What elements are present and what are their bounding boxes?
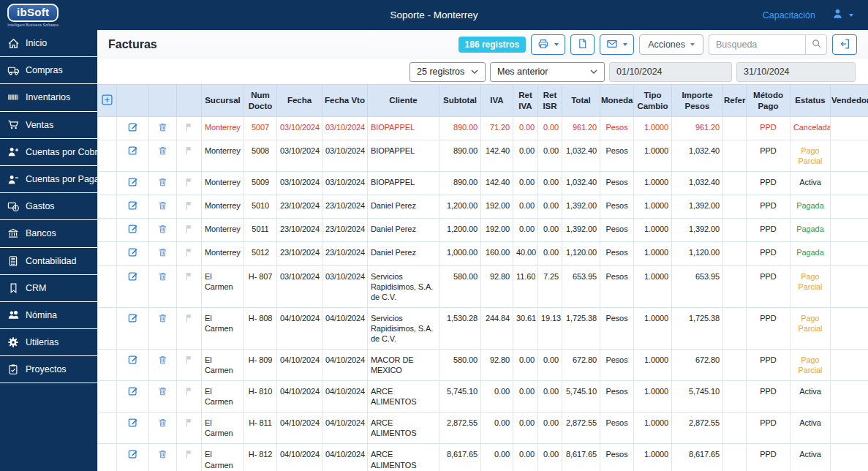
sidebar-item-inventarios[interactable]: Inventarios [0,84,97,111]
column-header[interactable]: Importe Pesos [672,85,723,117]
edit-icon[interactable] [128,386,138,399]
date-to-input[interactable] [736,62,856,82]
edit-row-cell [117,350,149,381]
edit-row-cell [117,265,149,307]
column-header[interactable]: Sucursal [202,85,244,117]
column-header[interactable]: Vendedor [831,85,868,117]
flag-icon[interactable] [184,224,194,236]
search-input[interactable] [709,34,805,55]
app-logo[interactable]: ibSoft Intelligent Business Software [7,4,59,27]
cell-estatus: Cancelada [790,117,831,140]
period-select[interactable]: Mes anterior [490,62,605,82]
edit-icon[interactable] [128,355,138,367]
flag-icon[interactable] [184,146,194,158]
cell-refer [723,265,747,307]
sidebar-item-label: Nómina [26,310,57,320]
cell-num_docto: H- 810 [244,381,277,412]
sidebar-item-crm[interactable]: CRM [0,275,97,302]
column-header[interactable]: Refer [723,85,747,117]
sidebar-item-cuentas-por-pagar[interactable]: Cuentas por Pagar [0,166,97,193]
edit-icon[interactable] [128,224,138,236]
flag-icon[interactable] [184,271,194,284]
column-header[interactable]: Ret IVA [513,85,538,117]
column-header[interactable]: Subtotal [439,85,481,117]
column-header[interactable]: Tipo Cambio [634,85,672,117]
column-header[interactable]: Fecha Vto [322,85,368,117]
sidebar-item-utilerias[interactable]: Utilerias [0,329,97,356]
trash-icon[interactable] [158,177,167,189]
sidebar-item-compras[interactable]: Compras [0,57,97,84]
sidebar-item-ventas[interactable]: Ventas [0,112,97,139]
edit-icon[interactable] [128,247,138,260]
sidebar-item-cuentas-por-cobrar[interactable]: Cuentas por Cobrar [0,139,97,166]
cell-sucursal: Monterrey [202,172,244,195]
cell-iva: 92.80 [481,350,513,381]
column-header[interactable]: Cliente [368,85,439,117]
column-header[interactable]: IVA [481,85,513,117]
flag-icon[interactable] [184,449,194,461]
trash-icon[interactable] [158,355,167,367]
flag-icon[interactable] [184,247,194,260]
edit-icon[interactable] [128,313,138,325]
edit-icon[interactable] [128,418,138,430]
page-size-select[interactable]: 25 registros [410,62,486,82]
trash-icon[interactable] [158,200,167,213]
column-header[interactable]: Ret ISR [538,85,562,117]
cell-fecha: 03/10/2024 [277,117,322,140]
capacitacion-link[interactable]: Capacitación [763,10,815,20]
edit-icon[interactable] [128,271,138,284]
column-header[interactable]: Estatus [790,85,831,117]
edit-icon[interactable] [128,449,138,461]
sidebar-item-proyectos[interactable]: Proyectos [0,356,97,383]
sidebar-item-inicio[interactable]: Inicio [0,30,97,57]
trash-icon[interactable] [158,224,167,236]
trash-icon[interactable] [158,146,167,158]
add-invoice-button[interactable] [102,94,113,108]
actions-dropdown-button[interactable]: Acciones [639,34,703,55]
flag-icon[interactable] [184,200,194,213]
email-button[interactable] [600,34,634,55]
cell-cliente: Servicios Rapidisimos, S.A. de C.V. [368,265,439,307]
row-select-cell [98,117,117,140]
column-header[interactable]: Num Docto [244,85,277,117]
flag-icon[interactable] [184,177,194,189]
trash-icon[interactable] [158,122,167,135]
cell-sucursal: El Carmen [202,307,244,349]
column-header[interactable]: Moneda [600,85,634,117]
column-header[interactable]: Fecha [277,85,322,117]
print-button[interactable] [531,34,565,55]
flag-icon[interactable] [184,313,194,325]
edit-icon[interactable] [128,146,138,158]
trash-icon[interactable] [158,313,167,325]
cell-fecha_vto: 23/10/2024 [322,195,368,219]
trash-icon[interactable] [158,386,167,399]
edit-icon[interactable] [128,200,138,213]
user-menu-button[interactable] [831,7,853,23]
trash-icon[interactable] [158,271,167,284]
sidebar-item-gastos[interactable]: Gastos [0,193,97,220]
sidebar-item-contabilidad[interactable]: Contabilidad [0,248,97,275]
exit-button[interactable] [832,34,857,55]
flag-icon[interactable] [184,386,194,399]
flag-icon[interactable] [184,122,194,135]
cell-num_docto: 5012 [244,242,277,265]
cell-fecha: 03/10/2024 [277,140,322,172]
search-button[interactable] [805,34,827,55]
export-file-button[interactable] [570,34,595,55]
delete-row-cell [149,412,177,444]
trash-icon[interactable] [158,418,167,430]
flag-icon[interactable] [184,418,194,430]
trash-icon[interactable] [158,247,167,260]
date-from-input[interactable] [609,62,732,82]
trash-icon[interactable] [158,449,167,461]
cell-total: 961.20 [562,117,600,140]
sidebar-item-bancos[interactable]: Bancos [0,220,97,247]
sidebar-item-nomina[interactable]: Nómina [0,302,97,329]
cell-estatus: Activa [790,444,831,471]
flag-icon[interactable] [184,355,194,367]
invoice-row: El CarmenH- 80804/10/202404/10/2024Servi… [98,307,868,349]
column-header[interactable]: Total [562,85,600,117]
edit-icon[interactable] [128,177,138,189]
edit-icon[interactable] [128,122,138,135]
column-header[interactable]: Método Pago [747,85,790,117]
